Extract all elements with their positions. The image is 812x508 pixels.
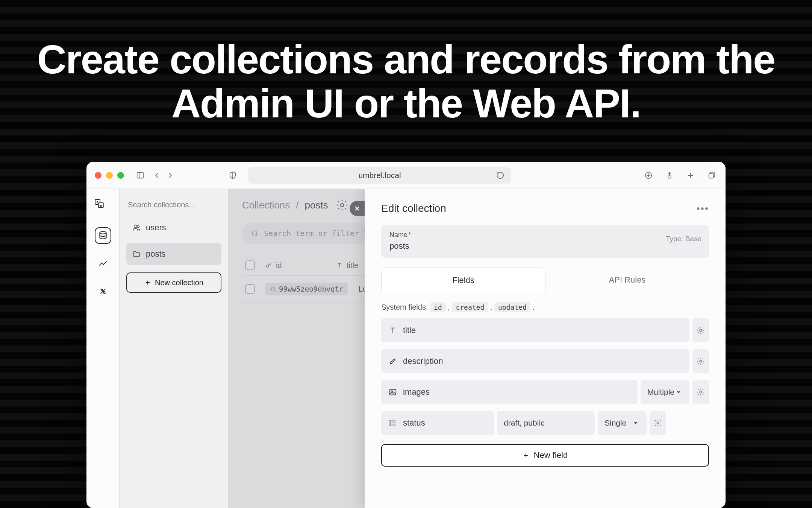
system-fields-row: System fields: id , created , updated . xyxy=(381,303,709,312)
field-settings-button[interactable] xyxy=(692,349,709,373)
svg-line-21 xyxy=(256,234,258,236)
forward-button[interactable] xyxy=(165,170,176,181)
svg-point-14 xyxy=(103,292,105,293)
field-values-input[interactable]: draft, public xyxy=(497,411,595,435)
close-panel-button[interactable] xyxy=(350,201,365,216)
field-row-images[interactable]: images Multiple xyxy=(381,380,709,404)
svg-point-22 xyxy=(267,265,269,267)
field-row-status[interactable]: status draft, public Single xyxy=(381,411,709,435)
tabs-overview-icon[interactable] xyxy=(706,170,717,181)
new-collection-button[interactable]: New collection xyxy=(126,272,221,293)
svg-point-16 xyxy=(137,226,139,228)
new-field-button[interactable]: New field xyxy=(381,444,709,467)
browser-window: umbrel.local PB users xyxy=(86,162,726,508)
url-bar[interactable]: umbrel.local xyxy=(248,167,511,184)
svg-point-40 xyxy=(390,425,391,426)
svg-rect-0 xyxy=(137,172,144,178)
rail-settings[interactable] xyxy=(95,283,111,300)
record-id-pill[interactable]: 99ww5zeo9obvqtr xyxy=(265,283,348,295)
maximize-window-button[interactable] xyxy=(117,172,124,179)
edit-collection-panel: Edit collection ••• Name* posts Type: Ba… xyxy=(365,189,726,508)
svg-point-31 xyxy=(700,360,702,362)
svg-rect-7 xyxy=(709,173,714,178)
app-rail: PB xyxy=(86,189,120,508)
close-window-button[interactable] xyxy=(95,172,102,179)
collection-name-field[interactable]: Name* posts Type: Base xyxy=(381,225,709,258)
text-icon xyxy=(389,326,397,335)
reload-icon[interactable] xyxy=(495,170,506,181)
privacy-shield-icon[interactable] xyxy=(227,170,238,181)
app-logo[interactable]: PB xyxy=(94,199,112,216)
share-icon[interactable] xyxy=(664,170,675,181)
folder-icon xyxy=(132,250,141,258)
field-multi-select[interactable]: Single xyxy=(598,411,647,435)
browser-toolbar: umbrel.local xyxy=(86,162,726,189)
svg-point-30 xyxy=(700,329,702,332)
svg-rect-32 xyxy=(390,389,396,395)
svg-point-15 xyxy=(134,225,137,228)
svg-text:P: P xyxy=(96,201,98,204)
image-icon xyxy=(389,388,397,396)
pencil-icon xyxy=(389,357,397,365)
svg-point-13 xyxy=(101,289,102,291)
chevron-down-icon xyxy=(632,419,640,427)
svg-point-41 xyxy=(657,422,659,424)
field-row-description[interactable]: description xyxy=(381,349,709,373)
sidebar-item-label: users xyxy=(146,223,166,233)
new-tab-icon[interactable] xyxy=(685,170,696,181)
svg-point-34 xyxy=(700,391,702,393)
close-icon xyxy=(353,205,361,212)
field-multi-select[interactable]: Multiple xyxy=(641,380,689,404)
type-badge: Type: Base xyxy=(666,235,701,243)
select-all-checkbox[interactable] xyxy=(245,260,255,270)
sidebar-item-posts[interactable]: posts xyxy=(126,243,221,265)
field-settings-button[interactable] xyxy=(692,380,709,404)
field-settings-button[interactable] xyxy=(692,318,709,342)
panel-title: Edit collection xyxy=(381,202,446,214)
collection-settings-icon[interactable] xyxy=(336,199,348,211)
field-row-title[interactable]: title xyxy=(381,318,709,342)
plus-icon xyxy=(144,279,151,286)
downloads-icon[interactable] xyxy=(643,170,654,181)
list-icon xyxy=(389,419,397,427)
key-icon xyxy=(265,262,272,269)
page-headline: Create collections and records from the … xyxy=(0,0,812,125)
svg-point-39 xyxy=(390,423,391,423)
row-checkbox[interactable] xyxy=(245,284,255,294)
tab-fields[interactable]: Fields xyxy=(381,268,545,293)
svg-point-38 xyxy=(390,421,391,421)
svg-rect-25 xyxy=(272,288,275,291)
rail-logs[interactable] xyxy=(95,255,111,272)
back-button[interactable] xyxy=(151,170,162,181)
tab-api-rules[interactable]: API Rules xyxy=(545,268,709,293)
chevron-down-icon xyxy=(674,388,683,396)
search-collections-input[interactable] xyxy=(126,197,221,212)
sidebar-item-label: posts xyxy=(146,249,166,259)
field-settings-button[interactable] xyxy=(650,411,666,435)
svg-point-20 xyxy=(252,231,257,235)
url-text: umbrel.local xyxy=(358,171,401,180)
sidebar-item-users[interactable]: users xyxy=(126,217,221,239)
panel-more-button[interactable]: ••• xyxy=(697,203,709,214)
search-icon xyxy=(251,230,259,237)
minimize-window-button[interactable] xyxy=(106,172,113,179)
collections-sidebar: users posts New collection xyxy=(120,189,229,508)
svg-text:B: B xyxy=(100,204,102,207)
text-icon xyxy=(336,262,343,269)
svg-point-19 xyxy=(340,204,344,207)
svg-point-12 xyxy=(100,231,106,234)
sidebar-toggle-icon[interactable] xyxy=(135,170,146,181)
rail-collections[interactable] xyxy=(95,227,111,244)
copy-icon xyxy=(270,286,276,292)
users-icon xyxy=(132,224,141,232)
plus-icon xyxy=(523,452,529,459)
main-content: Collections / posts Search term or filte… xyxy=(229,189,726,508)
